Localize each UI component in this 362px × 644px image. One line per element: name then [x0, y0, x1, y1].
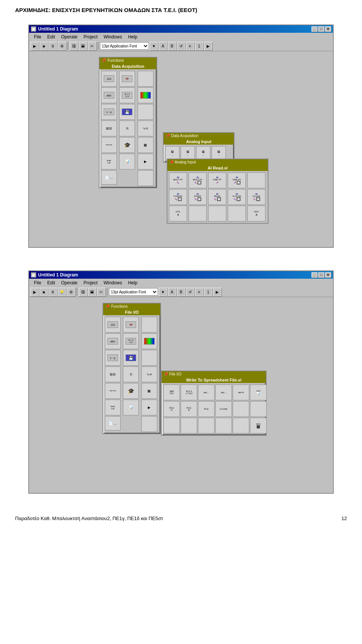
ai-util[interactable]: UTIL ∧: [169, 206, 187, 221]
palette2-item-abc[interactable]: abc: [105, 333, 121, 349]
palette2-item-xy[interactable]: x→y: [105, 350, 121, 366]
palette-item-misc[interactable]: [138, 170, 153, 186]
palette2-item-num[interactable]: 123: [105, 317, 121, 333]
fileio-item-filer[interactable]: FILE R: [181, 401, 197, 417]
palette2-item-doc[interactable]: 📄 ...: [105, 416, 121, 430]
toolbar2-4[interactable]: 🖫: [79, 288, 87, 296]
ai-one-pt-2[interactable]: AI ONE PT ↗🔲: [228, 172, 246, 188]
palette-item-io[interactable]: ⎘: [119, 121, 135, 136]
fileio-item-abc1[interactable]: abc...: [198, 385, 215, 400]
menu-project-2[interactable]: Project: [80, 279, 100, 286]
menu-help-1[interactable]: Help: [125, 34, 140, 40]
toolbar-4[interactable]: 🖫: [70, 42, 78, 50]
toolbar2-8[interactable]: A: [168, 288, 176, 296]
menu-edit-1[interactable]: Edit: [44, 34, 58, 40]
toolbar-next[interactable]: ▶: [204, 42, 212, 50]
palette2-item-instrlib[interactable]: InstrLib: [105, 400, 121, 415]
close-btn-2[interactable]: ✕: [325, 272, 331, 278]
palette2-item-misc[interactable]: [141, 416, 157, 432]
maximize-btn-1[interactable]: □: [318, 26, 324, 32]
toolbar2-next[interactable]: ▶: [213, 288, 221, 296]
palette-item-xy[interactable]: x→y: [101, 104, 117, 120]
palette-item-tf[interactable]: TF: [119, 71, 135, 87]
toolbar2-9[interactable]: B: [177, 288, 185, 296]
fileio-item-116[interactable]: 116 📊: [250, 385, 267, 400]
toolbar-run-btn[interactable]: ▶: [31, 42, 39, 50]
ai-adv[interactable]: ADV ∧: [247, 206, 265, 221]
minimize-btn-2[interactable]: _: [311, 272, 318, 278]
ai-mult-pt-1[interactable]: AI MULT PT ∿: [169, 172, 187, 188]
fileio-item-close[interactable]: CLOSE: [215, 401, 232, 417]
palette-item-chart[interactable]: 📊: [119, 154, 135, 169]
toolbar2-run-btn[interactable]: ▶: [31, 288, 39, 296]
toolbar-pause-btn[interactable]: ⏸: [49, 42, 57, 50]
ai-config[interactable]: AI CONFIG ∿🔲: [169, 189, 187, 205]
toolbar-6[interactable]: ✂: [88, 42, 96, 50]
toolbar2-stop-btn[interactable]: ■: [40, 288, 48, 296]
menu-project-1[interactable]: Project: [80, 34, 100, 40]
fileio-item-file[interactable]: FILE: [198, 401, 215, 417]
ai-start[interactable]: AI START ∿🔲: [189, 189, 207, 205]
palette-item-color[interactable]: [138, 87, 153, 103]
toolbar2-3[interactable]: ⚙: [67, 288, 75, 296]
toolbar-7[interactable]: ▼: [150, 42, 158, 50]
menu-windows-1[interactable]: Windows: [101, 34, 125, 40]
maximize-btn-2[interactable]: □: [318, 272, 324, 278]
palette-item-array[interactable]: 8 1 23 4: [119, 87, 135, 103]
palette2-item-run[interactable]: ▶: [141, 400, 157, 415]
toolbar2-10[interactable]: ↺: [186, 288, 194, 296]
palette2-item-array[interactable]: 8 1 23 4: [123, 333, 139, 349]
font-select[interactable]: 13pt Application Font: [100, 42, 149, 50]
palette2-item-hat[interactable]: 🎓: [123, 383, 139, 399]
palette2-item-save[interactable]: 💾: [123, 350, 139, 366]
toolbar-8[interactable]: A: [159, 42, 167, 50]
menu-operate-2[interactable]: Operate: [58, 279, 80, 286]
toolbar2-5[interactable]: 🖬: [88, 288, 96, 296]
toolbar2-pause-btn[interactable]: ⏸: [49, 288, 57, 296]
ai-clear[interactable]: AI CLEAR ∿🔲: [247, 189, 265, 205]
palette-item-net[interactable]: ⊞⊟: [101, 121, 117, 136]
palette2-item-bars[interactable]: ▦: [141, 383, 157, 399]
toolbar2-6[interactable]: ✂: [97, 288, 105, 296]
fileio-item-abc2d[interactable]: abc²d: [233, 385, 249, 400]
fileio-item-8123txt[interactable]: 812 3 +7 TXT: [181, 385, 197, 400]
toolbar2-light[interactable]: 💡: [58, 288, 66, 296]
ai-mult-pt-2[interactable]: AI MULT PT ∿🔲: [189, 172, 207, 188]
toolbar-3[interactable]: ⚙: [58, 42, 66, 50]
font-select-2[interactable]: 13pt Application Font: [109, 288, 158, 296]
palette2-item-color[interactable]: [141, 333, 157, 349]
fileio-item-filen[interactable]: FILE N: [163, 401, 180, 417]
palette-item-hat[interactable]: 🎓: [119, 137, 135, 153]
palette-item-instrlib[interactable]: InstrLib: [101, 154, 117, 169]
palette-item-save[interactable]: 💾: [119, 104, 135, 120]
fileio-item-123txt[interactable]: 123 TXT: [163, 385, 180, 400]
fileio-item-abc2[interactable]: abc...: [215, 385, 232, 400]
close-btn-1[interactable]: ✕: [325, 26, 331, 32]
toolbar-stop-btn[interactable]: ■: [40, 42, 48, 50]
ai-read[interactable]: AI READ ∿🔲: [208, 189, 226, 205]
menu-help-2[interactable]: Help: [125, 279, 140, 286]
palette2-item-net[interactable]: ⊞⊟: [105, 366, 121, 382]
menu-windows-2[interactable]: Windows: [101, 279, 125, 286]
palette-item-doc[interactable]: 📄 ...: [101, 170, 117, 185]
palette-item-signal[interactable]: ∿≡: [138, 121, 153, 136]
toolbar-10[interactable]: ↺: [177, 42, 185, 50]
ai-sscan[interactable]: AI S-SCAN ∿🔲: [228, 189, 246, 205]
toolbar2-page[interactable]: 1: [204, 288, 212, 296]
palette2-item-chart[interactable]: 📊: [123, 400, 139, 415]
toolbar-5[interactable]: 🖬: [79, 42, 87, 50]
menu-file-1[interactable]: File: [31, 34, 44, 40]
palette2-item-io[interactable]: ⎘: [123, 366, 139, 382]
menu-operate-1[interactable]: Operate: [58, 34, 80, 40]
minimize-btn-1[interactable]: _: [311, 26, 318, 32]
palette2-item-wave[interactable]: 〜〜: [105, 383, 121, 399]
menu-edit-2[interactable]: Edit: [44, 279, 58, 286]
toolbar2-scroll[interactable]: ≡: [195, 288, 203, 296]
palette-item-num[interactable]: 123: [101, 71, 117, 87]
palette-item-bars[interactable]: ▦: [138, 137, 153, 153]
fileio-item-adv[interactable]: ADV ⬛: [250, 418, 267, 433]
toolbar-scroll[interactable]: ≡: [186, 42, 194, 50]
ai-one-pt-1[interactable]: AI ONE PT ↗: [208, 172, 226, 188]
palette-item-wave[interactable]: 〜〜: [101, 137, 117, 153]
toolbar-page[interactable]: 1: [195, 42, 203, 50]
